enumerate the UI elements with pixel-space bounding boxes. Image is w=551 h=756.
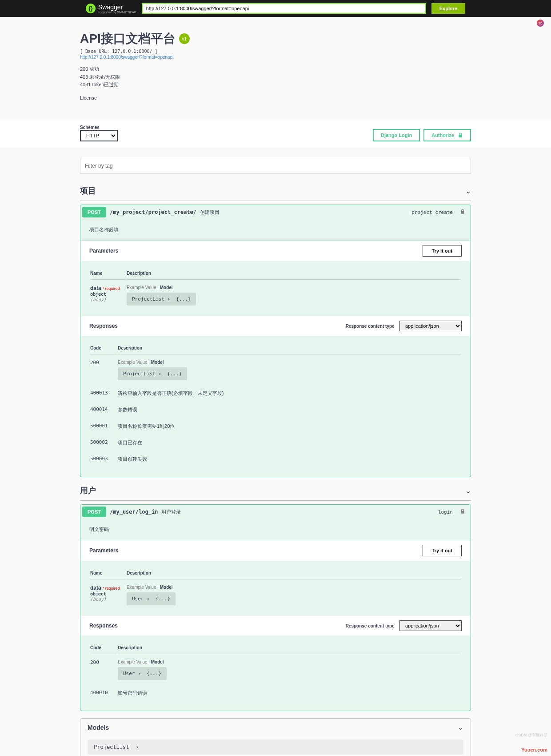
api-title: API接口文档平台 v1 [80,30,471,47]
operation-summary[interactable]: POST /my_user/log_in 用户登录 login [80,505,471,519]
response-code: 400014 [90,402,117,418]
operation-path: /my_project/project_create/ [110,209,196,215]
notification-badge[interactable]: 15 [537,20,544,27]
chevron-down-icon: ⌄ [458,723,463,732]
method-badge: POST [82,207,106,217]
operation-block: POST /my_user/log_in 用户登录 login 明文密码 Par… [80,504,471,711]
content-type-select[interactable]: application/json [399,321,462,331]
api-description: 200 成功 403 未登录/无权限 4031 token已过期 [80,65,471,89]
response-code: 200 [90,355,117,385]
parameters-header: Parameters Try it out [80,241,471,261]
yuucn-watermark: Yuucn.com [521,747,547,752]
response-description: 项目创建失败 [118,451,461,467]
operation-body-desc: 明文密码 [80,519,471,540]
response-code: 500002 [90,435,117,450]
response-description: 项目已存在 [118,435,461,450]
explore-button[interactable]: Explore [431,3,465,14]
required-marker: * required [103,586,120,591]
operation-summary[interactable]: POST /my_project/project_create/ 创建项目 pr… [80,205,471,219]
swagger-url-link[interactable]: http://127.0.0.1:8000/swagger/?format=op… [80,55,173,60]
tag-header[interactable]: 项目 ⌄ [80,181,471,201]
url-input[interactable] [142,3,426,14]
model-box[interactable]: User › {...} [127,592,176,605]
lock-icon [460,509,465,514]
response-code: 200 [90,655,117,684]
response-code: 500001 [90,418,117,434]
lock-icon [460,209,465,214]
schemes-label: Schemes [80,125,118,130]
operation-description: 创建项目 [200,209,220,216]
try-it-out-button[interactable]: Try it out [423,245,462,257]
version-badge: v1 [179,33,190,44]
model-box[interactable]: User › {...} [118,667,167,680]
chevron-down-icon: ⌄ [465,487,471,495]
method-badge: POST [82,507,106,517]
operation-path: /my_user/log_in [110,509,158,515]
api-info: API接口文档平台 v1 [ Base URL: 127.0.0.1:8000/… [80,17,471,111]
license-link[interactable]: License [80,94,471,102]
param-name: data [90,585,101,591]
logo-subtext: supported by SMARTBEAR [98,11,136,14]
response-description: 账号密码错误 [118,685,461,701]
lock-icon [458,133,463,138]
models-header[interactable]: Models ⌄ [80,719,471,736]
response-description: Example Value | Model User › {...} [118,655,461,684]
operation-id: login [438,509,453,515]
schemes-bar: Schemes HTTP Django Login Authorize [0,120,551,147]
try-it-out-button[interactable]: Try it out [423,545,462,556]
response-code: 400010 [90,685,117,701]
parameters-header: Parameters Try it out [80,540,471,561]
operation-block: POST /my_project/project_create/ 创建项目 pr… [80,205,471,477]
response-description: Example Value | Model ProjectList › {...… [118,355,461,385]
required-marker: * required [103,286,120,291]
model-box[interactable]: ProjectList › {...} [118,367,187,380]
content-type-select[interactable]: application/json [399,620,462,631]
response-description: 项目名称长度需要1到20位 [118,418,461,434]
response-code: 400013 [90,386,117,401]
responses-header: Responses Response content type applicat… [80,316,471,336]
response-description: 请检查输入字段是否正确(必填字段、未定义字段) [118,386,461,401]
operation-id: project_create [411,209,453,215]
watermark: CSDN @车厘IT仔 [515,732,547,738]
topbar: {} Swagger supported by SMARTBEAR Explor… [0,0,551,17]
swagger-logo: {} Swagger supported by SMARTBEAR [86,4,136,14]
filter-input[interactable] [80,158,471,174]
models-section: Models ⌄ ProjectList ›User › [80,718,471,756]
schemes-select[interactable]: HTTP [80,130,118,141]
param-name: data [90,285,101,291]
model-box[interactable]: ProjectList › {...} [127,293,196,306]
operation-body-desc: 项目名称必填 [80,219,471,241]
tag-name: 用户 [80,485,96,496]
chevron-down-icon: ⌄ [465,187,471,195]
response-code: 500003 [90,451,117,467]
operation-description: 用户登录 [161,509,181,515]
response-description: 参数错误 [118,402,461,418]
tag-name: 项目 [80,185,96,196]
swagger-icon: {} [86,4,96,13]
authorize-button[interactable]: Authorize [423,129,471,141]
responses-header: Responses Response content type applicat… [80,616,471,635]
model-item[interactable]: ProjectList › [88,740,463,755]
logo-text: Swagger [98,4,123,11]
tag-header[interactable]: 用户 ⌄ [80,481,471,501]
base-url: [ Base URL: 127.0.0.1:8000/ ] [80,49,471,54]
django-login-button[interactable]: Django Login [373,129,420,141]
